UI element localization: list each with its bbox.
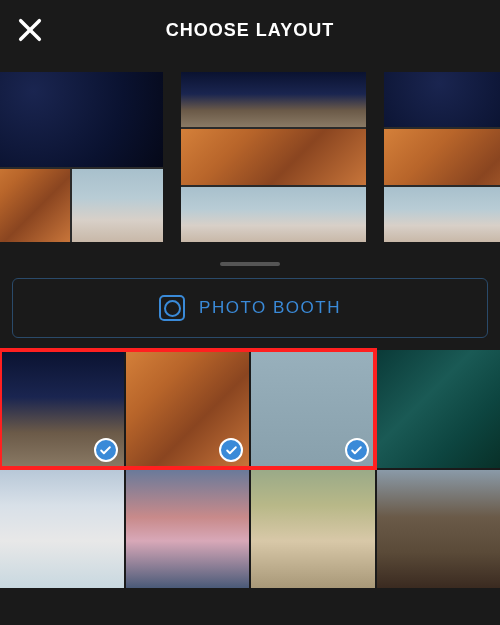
layout-option[interactable] [181, 72, 366, 242]
check-icon [345, 438, 369, 462]
camera-icon [159, 295, 185, 321]
page-title: CHOOSE LAYOUT [16, 20, 484, 41]
layout-cell [72, 169, 164, 242]
layout-cell [0, 72, 163, 167]
carousel-indicator [220, 262, 280, 266]
photo-thumbnail[interactable] [377, 350, 501, 468]
photo-thumbnail[interactable] [377, 470, 501, 588]
check-icon [94, 438, 118, 462]
header: CHOOSE LAYOUT [0, 0, 500, 60]
layout-option[interactable] [0, 72, 163, 242]
layout-cell [384, 187, 500, 242]
photo-thumbnail[interactable] [251, 470, 375, 588]
close-icon[interactable] [16, 16, 44, 44]
layout-option[interactable] [384, 72, 500, 242]
layout-cell [384, 129, 500, 184]
photo-grid [0, 350, 500, 588]
photo-booth-button[interactable]: PHOTO BOOTH [12, 278, 488, 338]
check-icon [219, 438, 243, 462]
layout-cell [181, 187, 366, 242]
photo-booth-label: PHOTO BOOTH [199, 298, 341, 318]
photo-thumbnail[interactable] [126, 350, 250, 468]
layout-cell [384, 72, 500, 127]
photo-thumbnail[interactable] [0, 470, 124, 588]
photo-thumbnail[interactable] [126, 470, 250, 588]
photo-thumbnail[interactable] [0, 350, 124, 468]
layout-carousel[interactable] [0, 60, 500, 254]
layout-cell [181, 129, 366, 184]
layout-cell [181, 72, 366, 127]
layout-cell [0, 169, 70, 242]
photo-thumbnail[interactable] [251, 350, 375, 468]
